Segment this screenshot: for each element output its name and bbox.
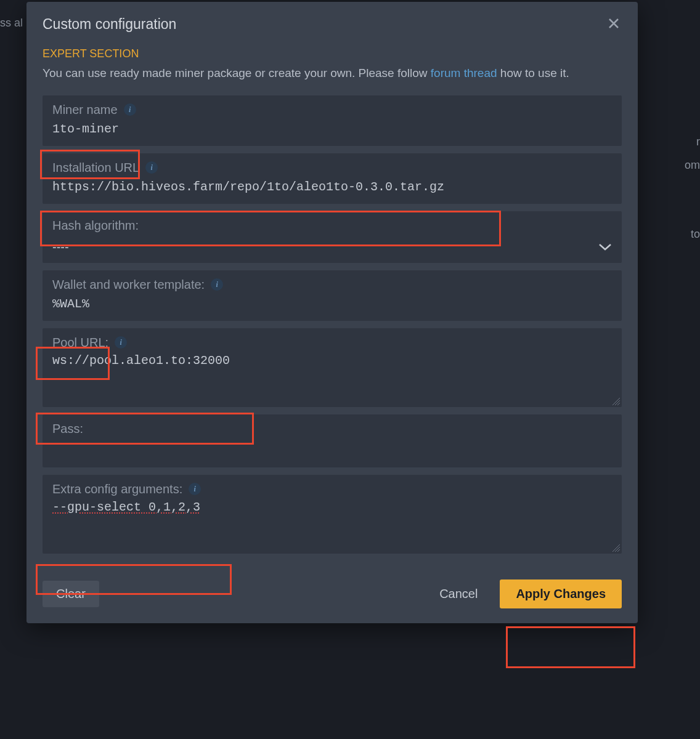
clear-button[interactable]: Clear [43,581,99,607]
miner-name-label: Miner name [52,103,118,117]
pool-url-field-block: Pool URL: i [43,328,622,407]
miner-name-input[interactable] [52,121,612,137]
apply-changes-button[interactable]: Apply Changes [500,579,622,608]
resize-handle-icon[interactable] [612,397,621,406]
info-icon[interactable]: i [124,103,136,116]
forum-thread-link[interactable]: forum thread [431,67,497,79]
info-icon[interactable]: i [189,483,201,495]
expert-desc-text: You can use ready made miner package or … [43,67,431,79]
extra-args-label: Extra config arguments: [52,482,182,496]
bg-text: ss al [0,17,23,30]
pool-url-label: Pool URL: [52,336,108,350]
expert-description: You can use ready made miner package or … [43,65,622,82]
wallet-input[interactable] [52,296,612,312]
miner-name-field-block: Miner name i [43,95,622,146]
resize-handle-icon[interactable] [612,544,621,552]
wallet-field-block: Wallet and worker template: i [43,270,622,321]
config-modal: Custom configuration EXPERT SECTION You … [26,2,638,623]
expert-section-label: EXPERT SECTION [43,47,622,60]
hash-algo-field-block: Hash algorithm: ---- [43,211,622,263]
chevron-down-icon [598,243,612,251]
pool-url-textarea[interactable] [52,353,612,396]
info-icon[interactable]: i [115,336,127,349]
extra-args-field-block: Extra config arguments: i [43,475,622,554]
pass-label: Pass: [52,422,83,436]
bg-text: om [685,159,700,172]
hash-algo-label: Hash algorithm: [52,219,139,233]
bg-text: to [691,228,700,241]
info-icon[interactable]: i [211,278,223,291]
close-button[interactable] [606,15,622,33]
info-icon[interactable]: i [145,161,158,174]
wallet-label: Wallet and worker template: [52,278,205,292]
hash-algo-value: ---- [52,240,69,254]
expert-desc-text-2: how to use it. [497,67,569,79]
pass-input[interactable] [52,440,612,456]
close-icon [608,18,619,29]
modal-title: Custom configuration [43,16,176,33]
extra-args-textarea[interactable] [52,500,612,543]
install-url-input[interactable] [52,179,612,195]
install-url-field-block: Installation URL i [43,153,622,204]
hash-algo-select[interactable]: ---- [52,236,612,254]
install-url-label: Installation URL [52,161,139,175]
bg-text: r [696,135,700,148]
pass-field-block: Pass: [43,414,622,467]
cancel-button[interactable]: Cancel [432,581,485,607]
